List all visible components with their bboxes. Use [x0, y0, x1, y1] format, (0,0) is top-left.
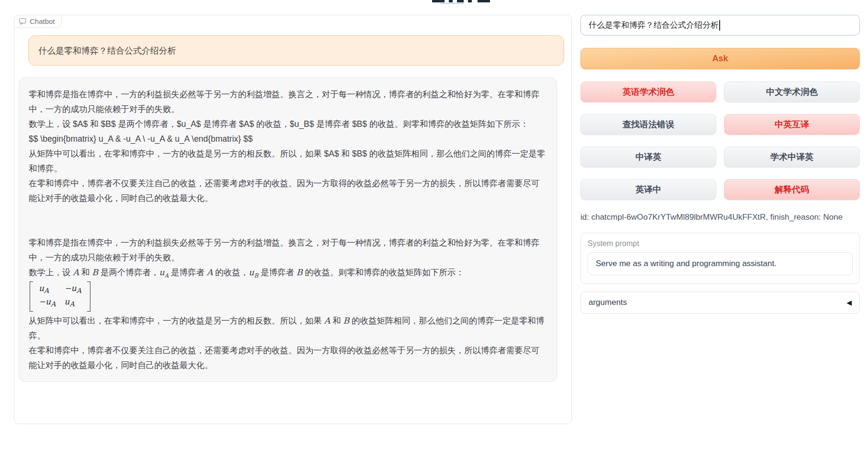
- completion-status-line: id: chatcmpl-6wOo7KrYTwMl89lbrMWRu4UkFFX…: [580, 213, 860, 223]
- user-message-bubble: 什么是零和博弈？结合公式介绍分析: [28, 35, 564, 66]
- action-button-academic-zh-to-en[interactable]: 学术中译英: [724, 146, 860, 168]
- bot-paragraph-raw-2: 数学上，设 $A$ 和 $B$ 是两个博弈者，$u_A$ 是博弈者 $A$ 的收…: [29, 117, 546, 132]
- action-button-explain-code[interactable]: 解释代码: [724, 179, 860, 200]
- bot-paragraph-rendered-math-intro: 数学上，设 A 和 B 是两个博弈者，uA 是博弈者 A 的收益，uB 是博弈者…: [29, 265, 546, 280]
- matrix-cell-r1c1: uA: [39, 283, 56, 296]
- action-button-zh-en-mutual-translation[interactable]: 中英互译: [724, 114, 860, 135]
- question-input[interactable]: 什么是零和博弈？结合公式介绍分析: [580, 15, 860, 35]
- bot-paragraph-raw-1: 零和博弈是指在博弈中，一方的利益损失必然等于另一方的利益增益。换言之，对于每一种…: [29, 87, 546, 117]
- clipped-title-stroke: [478, 0, 490, 2]
- user-message-text: 什么是零和博弈？结合公式介绍分析: [38, 45, 176, 56]
- system-prompt-label: System prompt: [588, 239, 853, 248]
- math-var-B: B: [92, 268, 98, 277]
- chatbot-label: Chatbot: [14, 15, 62, 28]
- chat-bubble-icon: [19, 18, 26, 25]
- system-prompt-input[interactable]: Serve me as a writing and programming as…: [588, 252, 853, 275]
- chatbot-panel: Chatbot 什么是零和博弈？结合公式介绍分析 零和博弈是指在博弈中，一方的利…: [14, 15, 572, 424]
- clipped-title-stroke: [449, 0, 453, 2]
- system-prompt-value: Serve me as a writing and programming as…: [596, 259, 777, 269]
- bot-message-bubble: 零和博弈是指在博弈中，一方的利益损失必然等于另一方的利益增益。换言之，对于每一种…: [19, 77, 557, 382]
- matrix-left-bracket: [30, 281, 33, 312]
- math-var-uB: uB: [249, 268, 258, 277]
- ask-button[interactable]: Ask: [580, 48, 860, 69]
- arguments-accordion-label: arguments: [589, 298, 627, 307]
- system-prompt-group: System prompt Serve me as a writing and …: [580, 233, 860, 284]
- question-input-value: 什么是零和博弈？结合公式介绍分析: [589, 20, 719, 31]
- action-button-en-to-zh[interactable]: 英译中: [580, 179, 716, 200]
- math-var-B: B: [343, 316, 349, 325]
- control-panel: 什么是零和博弈？结合公式介绍分析 Ask 英语学术润色 中文学术润色 查找语法错…: [580, 15, 860, 314]
- clipped-title-stroke: [432, 0, 445, 2]
- payoff-matrix: uA −uA −uA uA: [30, 281, 90, 312]
- matrix-cell-r2c2: uA: [64, 296, 81, 310]
- action-button-zh-to-en[interactable]: 中译英: [580, 146, 716, 168]
- math-var-A: A: [324, 316, 330, 325]
- bot-paragraph-rendered-3: 从矩阵中可以看出，在零和博弈中，一方的收益是另一方的相反数。所以，如果 A 和 …: [29, 314, 546, 343]
- action-button-english-academic-polish[interactable]: 英语学术润色: [580, 81, 716, 102]
- math-var-B: B: [297, 268, 303, 277]
- chatbot-label-text: Chatbot: [30, 17, 55, 25]
- arguments-accordion-header[interactable]: arguments ◀: [580, 292, 860, 314]
- clipped-title-stroke: [468, 0, 472, 2]
- math-var-uA: uA: [159, 268, 169, 277]
- quick-action-grid: 英语学术润色 中文学术润色 查找语法错误 中英互译 中译英 学术中译英 英译中 …: [580, 81, 860, 200]
- matrix-cell-r2c1: −uA: [39, 296, 56, 310]
- action-button-find-grammar-errors[interactable]: 查找语法错误: [580, 114, 716, 135]
- bot-paragraph-raw-3: 从矩阵中可以看出，在零和博弈中，一方的收益是另一方的相反数。所以，如果 $A$ …: [29, 146, 546, 176]
- clipped-page-title: [432, 0, 499, 4]
- clipped-title-stroke: [457, 0, 464, 2]
- math-var-A: A: [73, 268, 79, 277]
- text-caret: [719, 20, 720, 31]
- matrix-right-bracket: [87, 281, 90, 312]
- accordion-collapse-icon: ◀: [846, 299, 852, 306]
- bot-message-blank-gap: [29, 206, 546, 236]
- bot-paragraph-rendered-1: 零和博弈是指在博弈中，一方的利益损失必然等于另一方的利益增益。换言之，对于每一种…: [29, 236, 546, 265]
- bot-paragraph-raw-formula: $$ \begin{bmatrix} u_A & -u_A \ -u_A & u…: [29, 132, 546, 146]
- math-var-A: A: [207, 268, 213, 277]
- matrix-cell-r1c2: −uA: [64, 283, 81, 296]
- action-button-chinese-academic-polish[interactable]: 中文学术润色: [724, 81, 860, 102]
- clipped-title-underline: [440, 3, 464, 4]
- bot-paragraph-raw-4: 在零和博弈中，博弈者不仅要关注自己的收益，还需要考虑对手的收益。因为一方取得的收…: [29, 176, 546, 206]
- bot-paragraph-rendered-4: 在零和博弈中，博弈者不仅要关注自己的收益，还需要考虑对手的收益。因为一方取得的收…: [29, 343, 546, 373]
